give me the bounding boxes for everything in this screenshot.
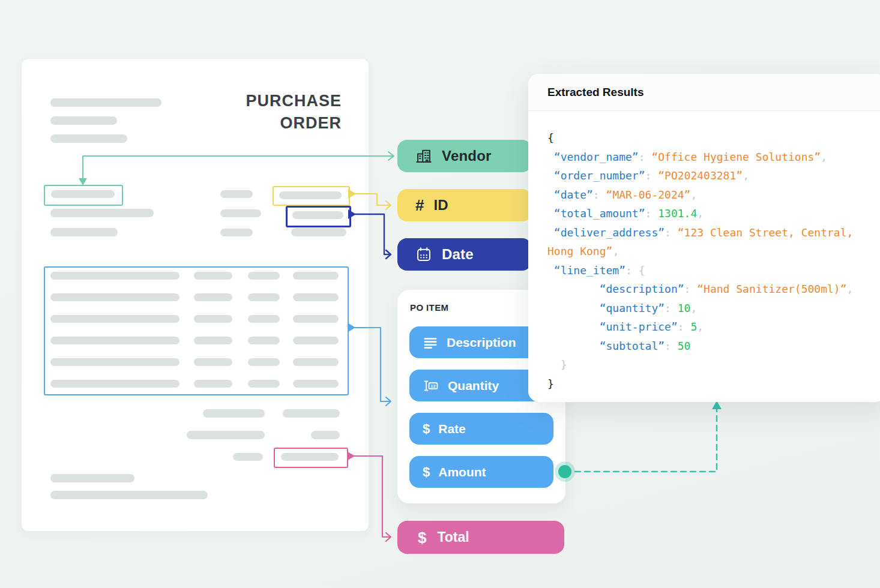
vendor-field-highlight <box>44 185 123 206</box>
placeholder-bar <box>194 380 232 388</box>
extracted-results-panel: Extracted Results {“vendor_name”: “Offic… <box>528 74 880 402</box>
code-line: } <box>547 374 880 394</box>
rate-chip-label: Rate <box>438 422 466 436</box>
placeholder-bar <box>281 453 339 461</box>
code-line: “line_item”: { <box>547 261 880 280</box>
date-chip[interactable]: Date <box>397 238 532 271</box>
placeholder-bar <box>293 293 339 301</box>
placeholder-bar <box>50 272 179 280</box>
po-item-header: PO ITEM <box>410 302 448 313</box>
placeholder-bar <box>220 229 253 236</box>
placeholder-bar <box>248 358 280 366</box>
placeholder-bar <box>194 358 232 366</box>
page: PURCHASE ORDER <box>0 0 880 588</box>
placeholder-bar <box>291 228 346 236</box>
placeholder-bar <box>293 315 339 323</box>
placeholder-bar <box>194 293 232 301</box>
placeholder-bar <box>50 337 179 344</box>
numeric-input-icon-text: 12 <box>430 383 435 388</box>
code-line: } <box>547 355 880 374</box>
placeholder-bar <box>248 315 280 323</box>
code-line: “description”: “Hand Sanitizer(500ml)”, <box>547 280 880 299</box>
code-line: “subtotal”: 50 <box>547 337 880 356</box>
placeholder-bar <box>248 293 280 301</box>
placeholder-bar <box>292 211 343 219</box>
placeholder-bar <box>50 358 179 366</box>
placeholder-bar <box>50 209 154 217</box>
document-title-line2: ORDER <box>246 112 342 134</box>
dollar-icon: $ <box>418 530 426 545</box>
placeholder-bar <box>50 228 118 236</box>
amount-chip-label: Amount <box>438 465 486 479</box>
text-lines-icon <box>423 335 438 350</box>
placeholder-bar <box>194 315 232 323</box>
description-chip-label: Description <box>447 335 516 350</box>
placeholder-bar <box>50 474 134 482</box>
code-line: “unit-price”: 5, <box>547 317 880 337</box>
placeholder-bar <box>248 380 280 388</box>
placeholder-bar <box>248 337 280 344</box>
id-chip-label: ID <box>433 197 448 214</box>
building-icon <box>415 148 432 164</box>
id-chip[interactable]: # ID <box>397 189 532 221</box>
placeholder-bar <box>293 272 339 280</box>
code-line: “order_number”: “PO202403281”, <box>547 166 880 185</box>
dollar-icon: $ <box>423 466 430 479</box>
placeholder-bar <box>283 409 340 418</box>
placeholder-bar <box>220 190 253 198</box>
document-title-line1: PURCHASE <box>246 90 342 112</box>
hash-icon: # <box>415 197 424 213</box>
placeholder-bar <box>50 134 127 143</box>
quantity-chip-label: Quantity <box>448 379 499 393</box>
code-line: Hong Kong”, <box>547 242 880 261</box>
placeholder-bar <box>51 190 115 198</box>
document-title: PURCHASE ORDER <box>246 90 342 134</box>
placeholder-bar <box>203 409 265 418</box>
code-line: “deliver_address”: “123 Clean Street, Ce… <box>547 223 880 242</box>
placeholder-bar <box>50 491 208 499</box>
id-field-highlight <box>273 186 350 206</box>
extracted-results-title: Extracted Results <box>528 74 880 111</box>
placeholder-bar <box>50 380 179 388</box>
placeholder-bar <box>194 272 232 280</box>
placeholder-bar <box>233 453 263 461</box>
connector-result-link <box>575 401 722 472</box>
placeholder-bar <box>194 337 232 344</box>
placeholder-bar <box>50 116 117 125</box>
code-line: “total_amount”: 1301.4, <box>547 204 880 223</box>
date-field-highlight <box>286 206 351 227</box>
total-chip-label: Total <box>437 529 469 545</box>
result-link-dot[interactable] <box>555 461 575 482</box>
placeholder-bar <box>311 431 340 439</box>
code-line: “vendor_name”: “Office Hygiene Solutions… <box>547 148 880 167</box>
code-line: “quantity”: 10, <box>547 299 880 318</box>
placeholder-bar <box>50 293 179 301</box>
code-line: { <box>547 128 880 148</box>
placeholder-bar <box>293 358 339 366</box>
rate-chip[interactable]: $ Rate <box>409 413 553 445</box>
total-field-highlight <box>274 448 348 468</box>
amount-chip[interactable]: $ Amount <box>409 456 553 488</box>
line-items-highlight <box>44 266 349 395</box>
result-link-dot-core <box>558 465 571 478</box>
placeholder-bar <box>279 191 342 199</box>
placeholder-bar <box>50 98 161 107</box>
dollar-icon: $ <box>423 422 430 436</box>
vendor-chip-label: Vendor <box>442 148 492 164</box>
total-chip[interactable]: $ Total <box>397 521 564 554</box>
numeric-input-icon: 12 <box>423 378 439 394</box>
code-block: {“vendor_name”: “Office Hygiene Solution… <box>528 111 880 393</box>
vendor-chip[interactable]: Vendor <box>397 140 532 172</box>
purchase-order-document: PURCHASE ORDER <box>21 58 369 532</box>
placeholder-bar <box>220 209 261 217</box>
placeholder-bar <box>50 315 179 323</box>
placeholder-bar <box>248 272 280 280</box>
placeholder-bar <box>187 431 265 439</box>
date-chip-label: Date <box>442 246 474 263</box>
placeholder-bar <box>293 337 339 344</box>
placeholder-bar <box>293 380 339 388</box>
code-line: “date”: “MAR-06-2024”, <box>547 185 880 205</box>
calendar-icon <box>415 246 432 263</box>
